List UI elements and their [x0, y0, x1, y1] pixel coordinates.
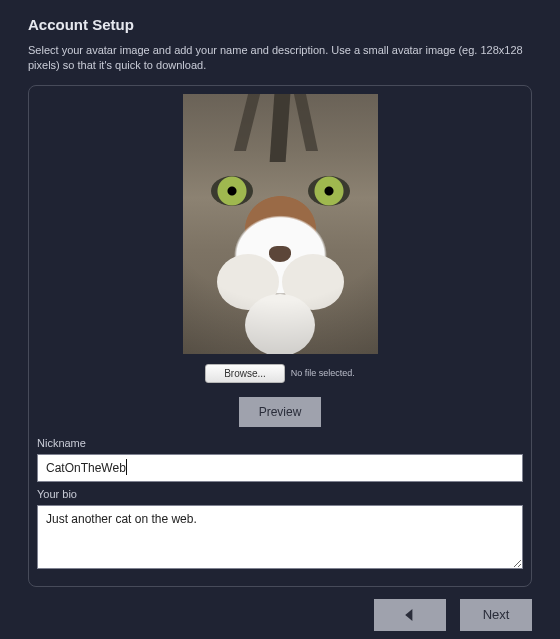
bio-textarea[interactable] [37, 505, 523, 569]
account-setup-page: Account Setup Select your avatar image a… [0, 0, 560, 631]
back-icon [404, 609, 416, 621]
wizard-footer: Next [28, 599, 532, 631]
avatar-image [183, 94, 378, 354]
page-title: Account Setup [28, 16, 532, 33]
back-button[interactable] [374, 599, 446, 631]
file-status-text: No file selected. [291, 368, 355, 378]
bio-label: Your bio [37, 488, 523, 500]
form-panel: Browse... No file selected. Preview Nick… [28, 85, 532, 587]
text-caret [126, 459, 127, 475]
nickname-input[interactable] [37, 454, 523, 482]
next-button[interactable]: Next [460, 599, 532, 631]
avatar-container [37, 94, 523, 354]
preview-button[interactable]: Preview [239, 397, 322, 427]
nickname-label: Nickname [37, 437, 523, 449]
browse-button[interactable]: Browse... [205, 364, 285, 383]
page-description: Select your avatar image and add your na… [28, 43, 532, 73]
file-picker-row: Browse... No file selected. [37, 364, 523, 383]
